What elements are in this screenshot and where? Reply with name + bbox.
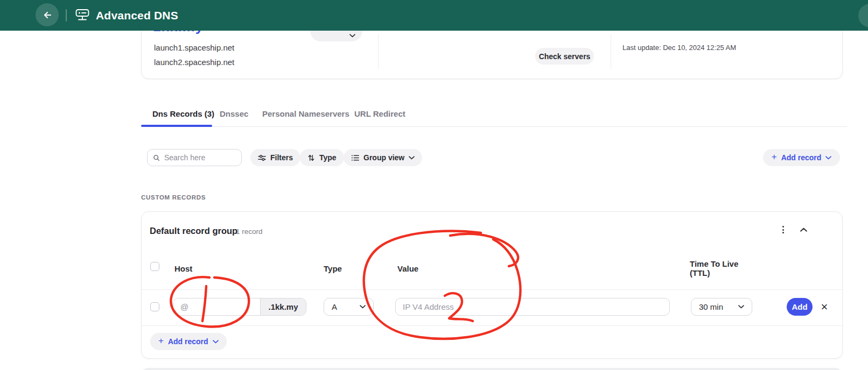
- record-type-select[interactable]: A: [324, 298, 374, 316]
- active-tab-underline: [141, 125, 212, 127]
- header-action-button-cut[interactable]: [858, 4, 868, 27]
- check-servers-button[interactable]: Check servers: [535, 48, 594, 65]
- next-section-edge: [141, 368, 843, 370]
- chevron-down-icon: [213, 340, 219, 344]
- nameserver-1: launch1.spaceship.net: [154, 43, 234, 52]
- tab-personal-nameservers[interactable]: Personal Nameservers: [262, 109, 349, 118]
- type-label: Type: [319, 153, 337, 162]
- type-sort-button[interactable]: Type: [300, 149, 344, 166]
- chevron-down-icon: [738, 305, 744, 309]
- divider: [142, 289, 843, 290]
- chevron-down-icon: [349, 34, 355, 38]
- chevron-up-icon: [800, 227, 807, 232]
- custom-records-label: CUSTOM RECORDS: [141, 194, 206, 201]
- filters-label: Filters: [270, 153, 293, 162]
- record-type-value: A: [332, 302, 337, 311]
- tab-dns-records[interactable]: Dns Records (3): [152, 109, 214, 118]
- add-button[interactable]: Add: [787, 298, 813, 316]
- add-record-label: Add record: [781, 153, 822, 162]
- group-collapse-button[interactable]: [798, 225, 809, 234]
- add-record-button-top[interactable]: + Add record: [763, 149, 840, 166]
- advanced-dns-page: 1kk.my launch1.spaceship.net launch2.spa…: [0, 0, 868, 370]
- add-record-label: Add record: [168, 337, 208, 346]
- group-view-label: Group view: [363, 153, 404, 162]
- group-record-count: 1 record: [236, 227, 263, 236]
- add-record-button-bottom[interactable]: + Add record: [150, 333, 227, 350]
- page-title: Advanced DNS: [96, 0, 178, 31]
- last-update-text: Last update: Dec 10, 2024 12:25 AM: [622, 44, 736, 52]
- arrow-left-icon: [42, 10, 53, 20]
- record-value-input[interactable]: [395, 298, 670, 316]
- chevron-down-icon: [409, 156, 415, 160]
- search-box: [147, 149, 242, 166]
- list-view-icon: [351, 154, 359, 162]
- divider: [66, 9, 67, 22]
- tabs-bottom-border: [141, 126, 847, 127]
- nameserver-2: launch2.spaceship.net: [154, 58, 234, 67]
- host-input[interactable]: [173, 298, 260, 315]
- plus-icon: +: [158, 336, 164, 346]
- filters-button[interactable]: Filters: [250, 149, 300, 166]
- column-header-host: Host: [174, 264, 192, 273]
- chevron-down-icon: [360, 305, 366, 309]
- column-header-value: Value: [397, 264, 418, 273]
- divider: [611, 34, 611, 69]
- chevron-down-icon: [825, 156, 831, 160]
- record-group-card: Default record group 1 record Host Type …: [141, 211, 843, 359]
- ttl-select[interactable]: 30 min: [691, 298, 752, 316]
- dns-server-icon: [74, 7, 90, 23]
- ttl-value: 30 min: [699, 302, 723, 311]
- column-header-type: Type: [324, 264, 342, 273]
- select-all-checkbox[interactable]: [150, 262, 159, 271]
- tab-url-redirect[interactable]: URL Redirect: [354, 109, 405, 118]
- group-title: Default record group: [150, 226, 237, 236]
- tab-dnssec[interactable]: Dnssec: [220, 109, 248, 118]
- row-checkbox[interactable]: [150, 302, 159, 311]
- app-header: Advanced DNS: [0, 0, 868, 31]
- search-icon: [153, 154, 160, 162]
- filters-icon: [258, 154, 266, 162]
- host-domain-suffix: .1kk.my: [260, 298, 306, 315]
- divider: [378, 34, 379, 69]
- column-header-ttl: Time To Live (TTL): [690, 259, 744, 278]
- group-view-button[interactable]: Group view: [344, 149, 422, 166]
- plus-icon: +: [772, 152, 777, 162]
- divider: [142, 325, 843, 326]
- close-row-icon[interactable]: ×: [818, 298, 831, 316]
- back-button[interactable]: [36, 3, 59, 26]
- sort-arrows-icon: [307, 154, 315, 162]
- group-menu-button[interactable]: [779, 225, 787, 234]
- host-input-group: .1kk.my: [173, 298, 306, 316]
- search-input[interactable]: [164, 153, 236, 162]
